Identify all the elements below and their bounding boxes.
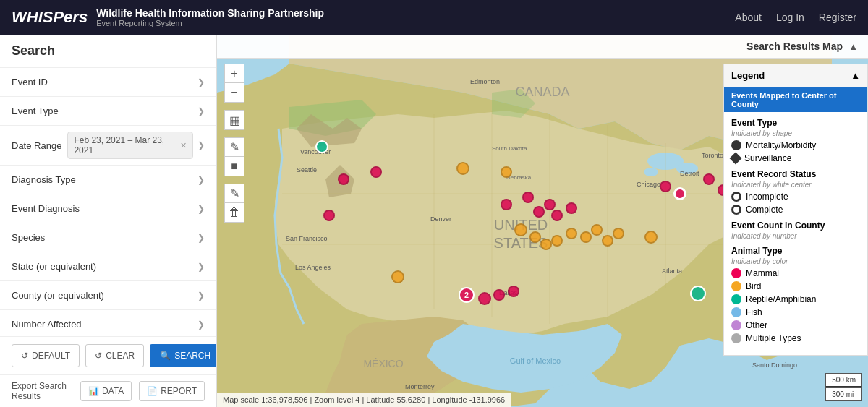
map-marker[interactable] xyxy=(540,239,552,250)
sidebar-item-number-affected[interactable]: Number Affected ❯ xyxy=(0,310,216,336)
legend-item-surveillance: Surveillance xyxy=(731,153,860,163)
nav-register[interactable]: Register xyxy=(819,12,856,23)
legend-item-mammal: Mammal xyxy=(731,268,860,278)
sidebar-item-species[interactable]: Species ❯ xyxy=(0,223,216,252)
draw-button[interactable]: ✎ xyxy=(225,138,244,157)
edit-button[interactable]: ✎ xyxy=(225,184,244,203)
map-marker[interactable] xyxy=(591,224,603,236)
zoom-out-button[interactable]: − xyxy=(225,83,244,102)
multiple-color xyxy=(731,333,741,343)
map-marker[interactable] xyxy=(493,289,505,301)
other-color xyxy=(731,320,741,330)
map-marker[interactable] xyxy=(690,286,706,301)
map-marker[interactable] xyxy=(703,173,715,185)
svg-text:Toronto: Toronto xyxy=(702,152,723,159)
map-marker[interactable] xyxy=(602,235,613,247)
sidebar: Search Event ID ❯ Event Type ❯ Date Rang… xyxy=(0,35,217,407)
search-label: SEARCH xyxy=(174,351,210,361)
map-marker[interactable] xyxy=(580,231,592,243)
map-marker[interactable] xyxy=(566,202,577,214)
sidebar-item-label: Event Type xyxy=(12,106,59,116)
complete-shape xyxy=(731,205,741,215)
sidebar-item-label: County (or equivalent) xyxy=(12,290,104,301)
map-marker[interactable] xyxy=(533,206,545,218)
map-marker[interactable] xyxy=(551,210,563,221)
legend-event-type-subtitle: Indicated by shape xyxy=(731,129,860,137)
legend-panel: Legend ▲ Events Mapped to Center of Coun… xyxy=(723,64,868,356)
sidebar-item-date-range[interactable]: Date Range Feb 23, 2021 – Mar 23, 2021 ✕… xyxy=(0,126,216,166)
sidebar-item-event-diagnosis[interactable]: Event Diagnosis ❯ xyxy=(0,194,216,223)
map-marker[interactable] xyxy=(551,235,563,247)
sidebar-item-label: Species xyxy=(12,232,45,243)
map-longitude-value: -131.9966 xyxy=(469,395,506,404)
legend-animal-type: Animal Type Indicated by color Mammal Bi… xyxy=(731,246,860,343)
map-marker[interactable] xyxy=(478,292,491,305)
legend-item-multiple: Multiple Types xyxy=(731,333,860,343)
layers-button[interactable]: ▦ xyxy=(225,111,244,129)
default-button[interactable]: ↺ DEFAULT xyxy=(12,344,80,367)
sidebar-item-diagnosis-type[interactable]: Diagnosis Type ❯ xyxy=(0,166,216,194)
export-label: Export Search Results xyxy=(12,381,73,401)
export-report-button[interactable]: 📄 REPORT xyxy=(139,381,205,401)
sidebar-item-label: State (or equivalent) xyxy=(12,261,96,272)
legend-status-subtitle: Indicated by white center xyxy=(731,181,860,189)
sidebar-item-event-id[interactable]: Event ID ❯ xyxy=(0,68,216,97)
multiple-label: Multiple Types xyxy=(746,333,801,343)
legend-count-label: Event Count in County xyxy=(731,220,860,231)
delete-button[interactable]: 🗑 xyxy=(225,203,244,222)
complete-label: Complete xyxy=(746,205,783,215)
sidebar-item-state[interactable]: State (or equivalent) ❯ xyxy=(0,252,216,281)
map-marker[interactable] xyxy=(522,192,534,203)
edit-controls: ✎ 🗑 xyxy=(224,184,244,223)
reptile-color xyxy=(731,294,741,304)
map-marker[interactable] xyxy=(315,140,328,153)
header: WHISPers Wildlife Health Information Sha… xyxy=(0,0,868,35)
sidebar-item-label: Event Diagnosis xyxy=(12,203,80,214)
layer-controls: ▦ xyxy=(224,110,244,130)
search-header: Search xyxy=(0,35,216,68)
sidebar-buttons: ↺ DEFAULT ↺ CLEAR 🔍 SEARCH xyxy=(0,336,216,374)
map-marker[interactable] xyxy=(501,166,512,178)
svg-text:Denver: Denver xyxy=(430,215,451,223)
sidebar-item-county[interactable]: County (or equivalent) ❯ xyxy=(0,281,216,310)
map-marker[interactable] xyxy=(544,199,556,210)
chevron-down-icon: ❯ xyxy=(197,262,205,272)
map-marker[interactable] xyxy=(673,187,686,200)
legend-collapse-icon[interactable]: ▲ xyxy=(851,70,860,81)
export-data-button[interactable]: 📊 DATA xyxy=(80,381,132,401)
map-marker[interactable] xyxy=(501,199,512,210)
search-button[interactable]: 🔍 SEARCH xyxy=(150,344,217,367)
map-marker[interactable] xyxy=(508,286,519,297)
map-marker[interactable] xyxy=(456,162,469,175)
polygon-button[interactable]: ■ xyxy=(225,157,244,176)
map-marker[interactable] xyxy=(566,228,577,239)
map-marker[interactable] xyxy=(338,173,349,185)
map-marker[interactable] xyxy=(514,223,527,236)
sidebar-item-event-type[interactable]: Event Type ❯ xyxy=(0,97,216,126)
map-container[interactable]: CANADA UNITED STATES MÉXICO Gulf of Mexi… xyxy=(217,35,868,407)
fish-label: Fish xyxy=(746,307,762,317)
date-range-clear-icon[interactable]: ✕ xyxy=(180,141,187,150)
clear-button[interactable]: ↺ CLEAR xyxy=(85,344,144,367)
map-marker[interactable]: 2 xyxy=(459,287,475,303)
nav-about[interactable]: About xyxy=(735,12,762,23)
collapse-icon[interactable]: ▲ xyxy=(848,41,858,52)
map-marker[interactable] xyxy=(370,166,382,178)
export-data-label: DATA xyxy=(102,386,124,396)
map-marker[interactable] xyxy=(323,210,335,221)
chevron-down-icon: ❯ xyxy=(197,77,205,87)
map-marker[interactable] xyxy=(391,270,404,283)
legend-body: Event Type Indicated by shape Mortality/… xyxy=(724,112,867,355)
zoom-in-button[interactable]: + xyxy=(225,64,244,83)
sidebar-item-label: Diagnosis Type xyxy=(12,174,76,185)
map-marker[interactable] xyxy=(660,181,671,192)
map-marker[interactable] xyxy=(644,231,658,244)
legend-item-bird: Bird xyxy=(731,281,860,291)
incomplete-shape xyxy=(731,192,741,202)
svg-text:Atlanta: Atlanta xyxy=(662,267,682,275)
map-latitude-label: | Latitude xyxy=(362,395,396,404)
nav-login[interactable]: Log In xyxy=(776,12,804,23)
map-marker[interactable] xyxy=(529,231,541,243)
map-marker[interactable] xyxy=(613,228,624,239)
chevron-down-icon: ❯ xyxy=(197,204,205,214)
